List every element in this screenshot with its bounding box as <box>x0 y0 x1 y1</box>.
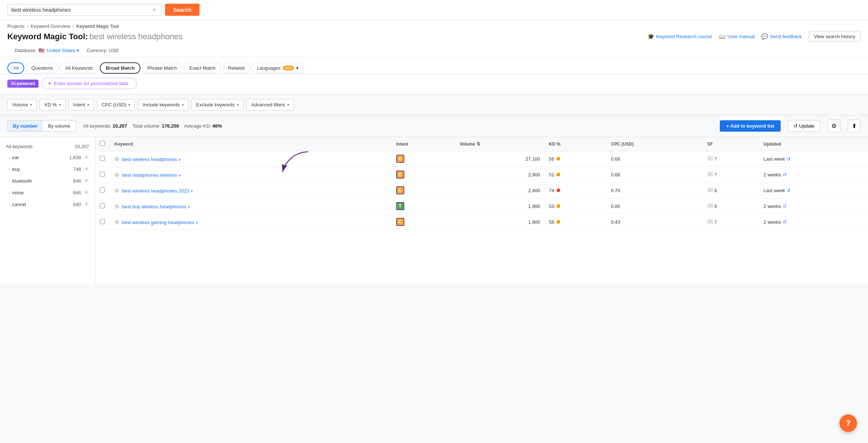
add-keyword-icon[interactable]: ⊕ <box>114 187 119 194</box>
send-feedback-link[interactable]: 💬 Send feedback <box>761 33 802 40</box>
include-keywords-filter[interactable]: Include keywords ▾ <box>138 99 188 110</box>
keyword-link[interactable]: best wireless headphones 2023 <box>122 188 189 194</box>
row-kd-cell: 56 <box>544 151 606 167</box>
currency-label: Currency: USD <box>87 48 118 53</box>
row-checkbox[interactable] <box>100 172 105 177</box>
tab-related[interactable]: Related <box>223 63 250 73</box>
expand-keyword-icon[interactable]: » <box>196 220 198 225</box>
row-checkbox[interactable] <box>100 187 105 193</box>
visibility-icon[interactable]: 👁 <box>84 178 89 184</box>
search-input[interactable] <box>11 7 151 13</box>
breadcrumb: Projects › Keyword Overview › Keyword Ma… <box>7 23 861 29</box>
expand-keyword-icon[interactable]: » <box>187 204 190 209</box>
languages-button[interactable]: Languages beta ▾ <box>251 63 304 73</box>
sf-value: 7 <box>714 220 717 225</box>
expand-keyword-icon[interactable]: » <box>179 173 181 178</box>
sparkle-icon: ✦ <box>48 81 52 86</box>
add-keyword-icon[interactable]: ⊕ <box>114 203 119 209</box>
select-all-checkbox[interactable] <box>100 141 105 146</box>
ai-domain-input[interactable]: ✦ Enter domain for personalized data <box>41 78 137 89</box>
visibility-icon[interactable]: 👁 <box>84 190 89 195</box>
tab-all[interactable]: All <box>7 62 24 74</box>
row-volume-cell: 2,900 <box>455 167 545 183</box>
clear-icon[interactable]: × <box>151 7 157 13</box>
breadcrumb-keyword-overview[interactable]: Keyword Overview <box>30 23 70 29</box>
ai-powered-badge: AI-powered <box>7 80 39 88</box>
expand-arrow-icon: › <box>9 202 10 206</box>
tab-phrase-match[interactable]: Phrase Match <box>142 63 182 73</box>
row-checkbox[interactable] <box>100 203 105 208</box>
row-updated-cell: 2 weeks ↺ <box>759 198 868 214</box>
keyword-link[interactable]: best wireless headphones <box>122 157 177 162</box>
left-sidebar: All keywords 10,207 › ear 1,639 👁 › buy … <box>0 137 95 284</box>
kd-indicator <box>557 157 560 161</box>
export-icon-button[interactable]: ⬆ <box>848 120 861 132</box>
refresh-icon[interactable]: ↺ <box>783 172 787 177</box>
row-intent-cell: C <box>392 183 455 198</box>
chevron-down-icon: ▾ <box>287 103 289 107</box>
keyword-link[interactable]: best headphones wireless <box>122 172 177 178</box>
visibility-icon[interactable]: 👁 <box>84 201 89 207</box>
expand-keyword-icon[interactable]: » <box>179 157 181 162</box>
row-keyword-cell: ⊕ best headphones wireless » <box>110 167 392 183</box>
row-checkbox-cell <box>95 198 110 214</box>
refresh-icon[interactable]: ↺ <box>787 156 791 162</box>
th-updated: Updated <box>759 137 868 151</box>
sort-icon[interactable]: ⇅ <box>477 142 480 147</box>
table-row: ⊕ best wireless gaming headphones » C 1,… <box>95 214 868 230</box>
page-title: Keyword Magic Tool: best wireless headph… <box>7 32 183 41</box>
sidebar-item-bluetooth[interactable]: › bluetooth 646 👁 <box>0 175 95 187</box>
sidebar-item-ear[interactable]: › ear 1,639 👁 <box>0 151 95 163</box>
sidebar-item-buy[interactable]: › buy 748 👁 <box>0 163 95 175</box>
keyword-link[interactable]: best buy wireless headphones <box>122 204 186 209</box>
keyword-link[interactable]: best wireless gaming headphones <box>122 220 194 225</box>
visibility-icon[interactable]: 👁 <box>84 154 89 160</box>
volume-filter[interactable]: Volume ▾ <box>7 99 37 110</box>
refresh-icon[interactable]: ↺ <box>783 219 787 225</box>
row-intent-cell: C <box>392 151 455 167</box>
row-volume-cell: 2,400 <box>455 183 545 198</box>
tabs-area: All Questions All Keywords Broad Match P… <box>0 57 868 74</box>
row-cpc-cell: 0.43 <box>606 214 703 230</box>
update-button[interactable]: ↺ Update <box>788 120 820 132</box>
sidebar-item-noise[interactable]: › noise 646 👁 <box>0 187 95 198</box>
user-manual-link[interactable]: 📖 User manual <box>719 33 755 40</box>
row-cpc-cell: 0.85 <box>606 198 703 214</box>
add-keyword-icon[interactable]: ⊕ <box>114 219 119 225</box>
expand-keyword-icon[interactable]: » <box>190 188 193 194</box>
sidebar-item-cancel[interactable]: › cancel 640 👁 <box>0 198 95 210</box>
add-to-keyword-list-button[interactable]: + Add to keyword list <box>720 120 781 132</box>
row-updated-cell: 2 weeks ↺ <box>759 167 868 183</box>
row-checkbox[interactable] <box>100 219 105 224</box>
by-number-toggle[interactable]: By number <box>8 121 43 131</box>
tab-broad-match[interactable]: Broad Match <box>100 62 141 74</box>
sf-icon <box>707 204 713 208</box>
exclude-keywords-filter[interactable]: Exclude keywords ▾ <box>192 99 244 110</box>
settings-icon-button[interactable]: ⚙ <box>827 120 840 132</box>
intent-badge: C <box>396 186 404 194</box>
visibility-icon[interactable]: 👁 <box>84 166 89 172</box>
kd-filter[interactable]: KD % ▾ <box>40 99 65 110</box>
row-sf-cell: 7 <box>703 167 759 183</box>
th-volume: Volume ⇅ <box>455 137 545 151</box>
tab-exact-match[interactable]: Exact Match <box>184 63 221 73</box>
country-selector[interactable]: United States ▾ <box>47 48 79 53</box>
row-checkbox-cell <box>95 183 110 198</box>
tab-all-keywords[interactable]: All Keywords <box>60 63 98 73</box>
add-keyword-icon[interactable]: ⊕ <box>114 172 119 178</box>
row-checkbox[interactable] <box>100 156 105 161</box>
advanced-filters[interactable]: Advanced filters ▾ <box>247 99 294 110</box>
refresh-icon[interactable]: ↺ <box>783 204 787 209</box>
intent-filter[interactable]: Intent ▾ <box>69 99 94 110</box>
keyword-research-course-link[interactable]: 🎓 Keyword Research course <box>648 33 712 40</box>
refresh-icon[interactable]: ↺ <box>787 188 791 193</box>
tab-questions[interactable]: Questions <box>26 63 58 73</box>
database-row: Database: 🇺🇸 United States ▾ Currency: U… <box>7 45 861 57</box>
add-keyword-icon[interactable]: ⊕ <box>114 156 119 162</box>
cpc-filter[interactable]: CPC (USD) ▾ <box>97 99 135 110</box>
search-button[interactable]: Search <box>165 4 200 16</box>
view-history-button[interactable]: View search history <box>809 31 861 42</box>
row-intent-cell: T <box>392 198 455 214</box>
by-volume-toggle[interactable]: By volume <box>43 121 76 131</box>
breadcrumb-projects[interactable]: Projects <box>7 23 25 29</box>
